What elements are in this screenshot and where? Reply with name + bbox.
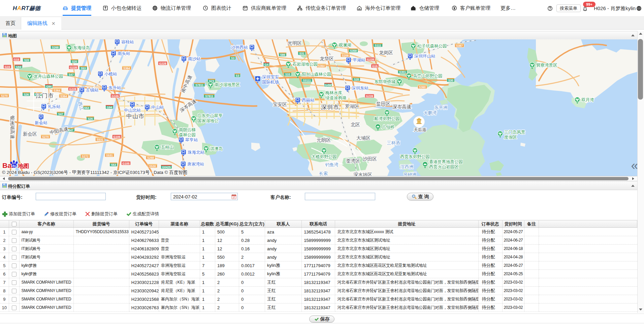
svg-text:江门市: 江门市 [36,93,54,99]
svg-text:大埔区: 大埔区 [356,135,371,141]
svg-text:梅林水库: 梅林水库 [325,91,343,95]
svg-text:古镇站: 古镇站 [86,88,99,93]
svg-text:北区: 北区 [351,122,360,127]
svg-text:大鹏湾: 大鹏湾 [424,110,437,115]
svg-text:G0425: G0425 [162,166,171,169]
svg-text:新会区: 新会区 [23,131,37,137]
svg-text:东平洲: 东平洲 [434,105,448,110]
svg-text:观澜湖: 观澜湖 [339,43,351,47]
svg-text:森林公园: 森林公园 [179,133,196,137]
svg-text:中山北站: 中山北站 [124,108,141,113]
svg-text:S268: S268 [147,156,154,159]
svg-text:钓鱼湾: 钓鱼湾 [325,162,339,167]
svg-text:S7811: S7811 [205,95,213,98]
svg-text:中山市: 中山市 [126,113,144,119]
svg-text:东升站: 东升站 [108,85,121,90]
svg-text:G15: G15 [14,58,19,61]
svg-text:S364: S364 [60,95,67,98]
svg-text:五桂山: 五桂山 [161,145,174,150]
svg-text:S53: S53 [111,163,116,167]
svg-text:巽寮湾景区: 巽寮湾景区 [536,63,557,68]
svg-text:S270: S270 [1,94,8,98]
svg-text:南朗云梯: 南朗云梯 [179,128,196,132]
svg-text:深圳宝安: 深圳宝安 [262,75,279,79]
svg-text:G228: G228 [69,87,76,91]
svg-text:珠海北站: 珠海北站 [188,150,205,155]
svg-text:S26: S26 [88,117,93,120]
svg-text:礼乐站: 礼乐站 [48,104,61,109]
svg-text:G15: G15 [372,65,378,68]
svg-text:宝安区: 宝安区 [273,102,287,107]
svg-text:中山站: 中山站 [151,105,164,110]
svg-text:滘西洲: 滘西洲 [400,164,414,169]
svg-text:深圳市: 深圳市 [321,104,339,110]
svg-text:S47: S47 [68,129,73,132]
svg-text:小榄站: 小榄站 [104,72,117,76]
svg-text:G94: G94 [16,65,21,69]
svg-text:西贡东郊野公园: 西贡东郊野公园 [400,154,430,159]
svg-text:G94: G94 [46,85,52,88]
svg-text:S364: S364 [54,89,60,92]
svg-text:龙舟山森林公园: 龙舟山森林公园 [34,74,63,79]
svg-text:度假区: 度假区 [504,135,517,140]
svg-text:八仙岭: 八仙岭 [382,124,395,129]
svg-text:吊钟洲: 吊钟洲 [404,172,417,176]
svg-text:S360: S360 [419,85,426,89]
svg-text:双月湾: 双月湾 [581,98,594,102]
svg-text:du: du [12,164,16,168]
svg-text:平湖站: 平湖站 [353,58,365,63]
svg-text:国际机场: 国际机场 [262,80,279,84]
svg-text:香港世界地质公园: 香港世界地质公园 [429,159,463,164]
svg-text:三杯酒: 三杯酒 [387,140,400,145]
svg-text:深岑高速: 深岑高速 [392,104,411,109]
svg-text:S270: S270 [42,135,49,139]
svg-text:G94: G94 [107,106,112,109]
svg-text:S387: S387 [456,44,463,47]
svg-text:S30: S30 [448,79,453,82]
svg-text:沙田区: 沙田区 [363,156,377,161]
svg-text:荃湾区: 荃湾区 [346,158,360,164]
svg-text:G4: G4 [264,63,268,66]
svg-text:G4W: G4W [325,83,331,87]
svg-text:17: 17 [233,196,235,198]
svg-text:G105: G105 [114,135,121,139]
svg-text:S364: S364 [318,64,325,68]
svg-text:龙岗区: 龙岗区 [379,50,393,55]
svg-text:翠亨站: 翠亨站 [185,138,198,142]
svg-text:广东中山翠亨: 广东中山翠亨 [197,113,223,118]
svg-text:S26: S26 [24,93,29,96]
svg-text:S111: S111 [375,44,381,47]
svg-text:淇澳岛: 淇澳岛 [210,146,223,151]
svg-text:深水埗区: 深水埗区 [353,172,372,176]
svg-text:G105: G105 [123,162,130,165]
svg-text:天后庙: 天后庙 [414,128,426,132]
svg-text:S3: S3 [236,74,239,77]
svg-text:罗湖区: 罗湖区 [345,104,359,109]
svg-text:S53: S53 [80,67,86,70]
svg-text:S364: S364 [123,67,130,70]
svg-text:深圳坪山站: 深圳坪山站 [414,54,436,59]
svg-text:唐家湾站: 唐家湾站 [187,162,204,167]
svg-text:S531: S531 [97,138,103,141]
svg-text:容桂站: 容桂站 [121,40,134,44]
svg-text:G105: G105 [112,95,119,98]
svg-text:东海绿岛: 东海绿岛 [73,45,90,50]
svg-text:S3: S3 [231,57,235,60]
svg-text:南沙湿地景区: 南沙湿地景区 [215,82,240,87]
svg-text:三门岛风景: 三门岛风景 [504,130,525,135]
svg-text:S33: S33 [285,73,290,76]
svg-text:S272: S272 [82,155,89,158]
svg-text:绿道涂鸦墙: 绿道涂鸦墙 [325,96,347,100]
svg-text:S47: S47 [58,112,63,116]
svg-text:沙井西站: 沙井西站 [231,45,248,50]
svg-text:船湾郊野公园: 船湾郊野公园 [374,116,400,121]
svg-text:西贡火山岩园区: 西贡火山岩园区 [429,165,459,169]
svg-text:元朗区: 元朗区 [317,137,331,143]
svg-text:石岩湿地公园: 石岩湿地公园 [292,62,318,67]
svg-text:S20: S20 [24,59,29,62]
svg-text:G228: G228 [159,62,166,65]
svg-text:S3111: S3111 [303,79,311,82]
svg-text:深圳东站: 深圳东站 [352,86,369,91]
svg-text:S20: S20 [72,60,77,63]
svg-text:大榄郊野公园: 大榄郊野公园 [312,154,337,159]
